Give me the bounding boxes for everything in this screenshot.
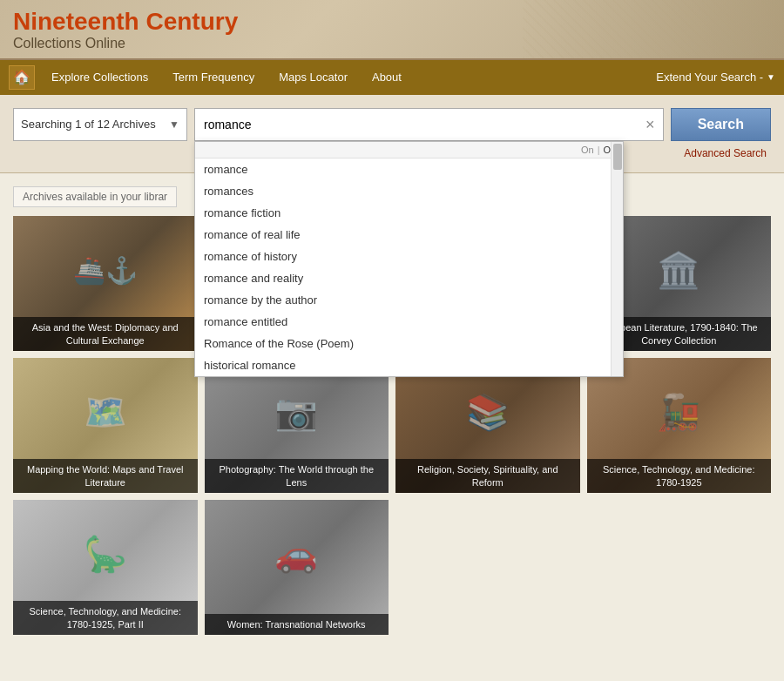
autocomplete-item[interactable]: Romance of the Rose (Poem) xyxy=(195,333,623,354)
archive-grid-item-label: Religion, Society, Spirituality, and Ref… xyxy=(395,459,580,493)
search-input[interactable] xyxy=(194,108,664,141)
nav-maps-locator[interactable]: Maps Locator xyxy=(267,65,360,89)
archives-available-label: Archives available in your librar xyxy=(13,186,177,207)
archive-grid-item[interactable]: Asia and the West: Diplomacy and Cultura… xyxy=(13,216,198,351)
autocomplete-header: On | Off xyxy=(195,142,623,158)
autocomplete-on-toggle[interactable]: On xyxy=(581,145,594,155)
archive-selector-label: Searching 1 of 12 Archives xyxy=(21,118,156,131)
home-icon[interactable]: 🏠 xyxy=(9,65,35,90)
autocomplete-item[interactable]: romance and reality xyxy=(195,267,623,289)
archive-grid-item[interactable]: Mapping the World: Maps and Travel Liter… xyxy=(13,358,198,493)
archive-grid-item[interactable]: Women: Transnational Networks xyxy=(205,500,389,635)
nav-about[interactable]: About xyxy=(360,65,414,89)
archive-grid-item[interactable]: Science, Technology, and Medicine: 1780-… xyxy=(13,500,198,635)
archive-grid-item-label: Asia and the West: Diplomacy and Cultura… xyxy=(13,317,198,351)
archive-selector-arrow-icon: ▼ xyxy=(169,118,179,131)
archive-grid-item[interactable]: Religion, Society, Spirituality, and Ref… xyxy=(395,358,580,493)
autocomplete-dropdown: On | Off romanceromancesromance fictionr… xyxy=(194,141,624,377)
search-input-wrapper: × On | Off romanceromancesromance fictio… xyxy=(194,108,664,141)
nav-right: Extend Your Search - xyxy=(656,71,775,84)
autocomplete-scroll-thumb xyxy=(613,144,622,170)
autocomplete-item[interactable]: romance xyxy=(195,158,623,180)
navigation-bar: 🏠 Explore Collections Term Frequency Map… xyxy=(0,60,784,95)
autocomplete-item[interactable]: romance of real life xyxy=(195,224,623,246)
autocomplete-item[interactable]: romances xyxy=(195,180,623,202)
archive-grid-item-label: Women: Transnational Networks xyxy=(205,614,389,635)
autocomplete-item[interactable]: romance fiction xyxy=(195,202,623,224)
archive-grid-item-label: Photography: The World through the Lens xyxy=(205,459,389,493)
clear-search-icon[interactable]: × xyxy=(645,117,655,132)
nav-explore-collections[interactable]: Explore Collections xyxy=(39,65,160,89)
autocomplete-items: romanceromancesromance fictionromance of… xyxy=(195,158,623,376)
advanced-search-anchor[interactable]: Advanced Search xyxy=(684,147,767,159)
nav-term-frequency[interactable]: Term Frequency xyxy=(160,65,267,89)
autocomplete-item[interactable]: romance entitled xyxy=(195,311,623,333)
search-area: Searching 1 of 12 Archives ▼ × On | Off … xyxy=(0,95,784,173)
archive-grid-item[interactable]: Photography: The World through the Lens xyxy=(205,358,389,493)
autocomplete-separator: | xyxy=(598,145,600,155)
archive-grid-item[interactable]: Science, Technology, and Medicine: 1780-… xyxy=(587,358,772,493)
search-row: Searching 1 of 12 Archives ▼ × On | Off … xyxy=(13,108,771,141)
autocomplete-item[interactable]: romance by the author xyxy=(195,289,623,311)
autocomplete-scrollbar[interactable] xyxy=(611,142,623,376)
archive-grid-item-label: Science, Technology, and Medicine: 1780-… xyxy=(587,459,772,493)
extend-search-button[interactable]: Extend Your Search - xyxy=(656,71,775,84)
archive-grid-item-label: Mapping the World: Maps and Travel Liter… xyxy=(13,459,198,493)
search-button[interactable]: Search xyxy=(671,108,771,141)
autocomplete-item[interactable]: romance of history xyxy=(195,246,623,267)
archive-grid-item-label: Science, Technology, and Medicine: 1780-… xyxy=(13,601,198,635)
autocomplete-item[interactable]: historical romance xyxy=(195,354,623,376)
header-background xyxy=(523,0,784,58)
site-header: Nineteenth Century Collections Online xyxy=(0,0,784,60)
archive-selector[interactable]: Searching 1 of 12 Archives ▼ xyxy=(13,108,187,141)
